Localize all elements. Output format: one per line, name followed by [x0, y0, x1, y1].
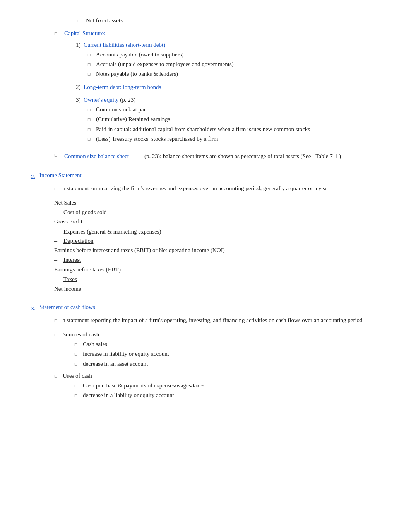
common-stock-text: Common stock at par — [96, 105, 146, 114]
net-sales-line: Net Sales — [54, 198, 388, 207]
ebit-line: Earnings before interest and taxes (EBIT… — [54, 246, 388, 255]
num1-label: 1) — [76, 42, 82, 48]
decrease-asset-text: decrease in an asset account — [83, 360, 148, 368]
bullet-icon: ◻ — [87, 71, 92, 77]
notes-payable-text: Notes payable (to banks & lenders) — [96, 70, 178, 78]
ebit-text: Earnings before interest and taxes (EBIT… — [54, 247, 225, 253]
cash-sales-item: ◻ Cash sales — [74, 340, 169, 349]
common-size-item: ◻ Common size balance sheet (p. 23): bal… — [54, 150, 388, 162]
dash-icon: – — [54, 275, 60, 283]
decrease-asset-item: ◻ decrease in an asset account — [74, 360, 169, 368]
uses-of-cash-text: Uses of cash — [63, 373, 92, 379]
accounts-payable-text: Accounts payable (owed to suppliers) — [96, 50, 184, 59]
dash-icon: – — [54, 227, 60, 236]
income-statement-section: 2. Income Statement ◻ a statement summar… — [31, 171, 388, 293]
decrease-liability-text: decrease in a liability or equity accoun… — [83, 391, 174, 400]
retained-earnings-text: (Cumulative) Retained earnings — [96, 115, 170, 124]
bullet-icon: ◻ — [87, 107, 92, 113]
income-statement-header: 2. Income Statement — [31, 171, 388, 181]
cash-flows-desc-text: a statement reporting the impact of a fi… — [63, 316, 388, 325]
owners-equity-label: Owner's equit — [84, 97, 116, 103]
cash-flows-desc-item: ◻ a statement reporting the impact of a … — [54, 316, 388, 325]
bullet-icon: ◻ — [87, 61, 92, 68]
bullet-icon: ◻ — [87, 52, 92, 58]
income-statement-title: Income Statement — [39, 171, 82, 180]
bullet-icon: ◻ — [74, 351, 79, 357]
cash-purchase-item: ◻ Cash purchase & payments of expenses/w… — [74, 381, 205, 390]
taxes-line: – Taxes — [54, 275, 388, 284]
bullet-icon: ◻ — [54, 186, 59, 192]
bullet-icon: ◻ — [87, 136, 92, 142]
bullet-icon: ◻ — [54, 317, 59, 324]
bullet-icon: ◻ — [54, 332, 59, 338]
ebt-line: Earnings before taxes (EBT) — [54, 265, 388, 274]
cash-sales-text: Cash sales — [83, 340, 107, 349]
income-formula-block: Net Sales – Cost of goods sold Gross Pro… — [54, 198, 388, 294]
capital-structure-block: Capital Structure: 1) Current liabilitie… — [64, 29, 388, 145]
dash-icon: – — [54, 256, 60, 264]
bullet-icon: ◻ — [77, 18, 82, 24]
common-size-block: Common size balance sheet (p. 23): balan… — [64, 152, 388, 161]
expenses-line: – Expenses (general & marketing expenses… — [54, 227, 388, 236]
bullet-icon: ◻ — [87, 116, 92, 123]
income-stmt-desc-text: a statement summarizing the firm's reven… — [63, 184, 388, 193]
bullet-icon: ◻ — [87, 126, 92, 133]
common-size-label: Common size balance sheet — [64, 152, 129, 161]
section2-number: 2. — [31, 172, 36, 181]
bullet-icon: ◻ — [54, 373, 59, 379]
cost-goods-text: Cost of goods sold — [63, 208, 107, 217]
paid-in-capital-text: Paid-in capital: additional capital from… — [96, 125, 388, 134]
accruals-text: Accruals (unpaid expenses to employees a… — [96, 60, 234, 69]
income-stmt-desc-item: ◻ a statement summarizing the firm's rev… — [54, 184, 388, 193]
net-sales-text: Net Sales — [54, 200, 76, 206]
net-fixed-assets-text: Net fixed assets — [86, 16, 123, 25]
bullet-icon: ◻ — [74, 392, 79, 399]
common-size-bullet-icon: ◻ — [54, 152, 60, 158]
cash-purchase-text: Cash purchase & payments of expenses/wag… — [83, 381, 205, 390]
current-liabilities-label: Current liabilities (short-term debt) — [84, 42, 165, 48]
owners-equity-items: ◻ Common stock at par ◻ (Cumulative) Ret… — [87, 105, 388, 143]
capital-structure-label: Capital Structure: — [64, 30, 105, 36]
cash-flows-section: 3. Statement of cash flows ◻ a statement… — [31, 303, 388, 401]
owners-equity-group: 3) Owner's equity (p. 23) ◻ Common stock… — [76, 95, 388, 143]
interest-line: – Interest — [54, 256, 388, 264]
sources-block: Sources of cash ◻ Cash sales ◻ increase … — [63, 330, 169, 369]
cost-goods-line: – Cost of goods sold — [54, 208, 388, 217]
bullet-icon: ◻ — [74, 341, 79, 348]
long-term-debt-group: 2) Long-term debt: long-term bonds — [76, 83, 388, 92]
net-income-text: Net income — [54, 286, 81, 292]
owners-equity-y: y — [116, 97, 119, 103]
sources-of-cash-item: ◻ Sources of cash ◻ Cash sales ◻ increas… — [54, 330, 388, 369]
interest-text: Interest — [63, 256, 81, 264]
expenses-text: Expenses (general & marketing expenses) — [63, 227, 161, 236]
increase-liability-item: ◻ increase in liability or equity accoun… — [74, 350, 169, 358]
capital-structure-item: ◻ Capital Structure: 1) Current liabilit… — [54, 29, 388, 145]
decrease-liability-item: ◻ decrease in a liability or equity acco… — [74, 391, 205, 400]
depreciation-line: – Depreciation — [54, 237, 388, 246]
cash-flows-title: Statement of cash flows — [39, 303, 95, 312]
ebt-text: Earnings before taxes (EBT) — [54, 266, 121, 273]
num3-label: 3) — [76, 97, 82, 103]
capital-structure-bullet-icon: ◻ — [54, 31, 60, 37]
cash-flows-header: 3. Statement of cash flows — [31, 303, 388, 313]
taxes-text: Taxes — [63, 275, 77, 284]
bullet-icon: ◻ — [74, 361, 79, 367]
owners-equity-page: (p. 23) — [120, 97, 135, 103]
gross-profit-line: Gross Profit — [54, 217, 388, 226]
long-term-debt-label: Long-term debt: long-term bonds — [84, 84, 161, 90]
net-fixed-assets-item: ◻ Net fixed assets — [77, 16, 388, 25]
depreciation-text: Depreciation — [63, 237, 93, 246]
uses-sub-items: ◻ Cash purchase & payments of expenses/w… — [74, 381, 205, 400]
num2-label: 2) — [76, 84, 82, 90]
bullet-icon: ◻ — [74, 383, 79, 389]
increase-liability-text: increase in liability or equity account — [83, 350, 169, 358]
common-size-detail: (p. 23): balance sheet items are shown a… — [144, 152, 311, 161]
accounts-payable-item: ◻ Accounts payable (owed to suppliers) ◻… — [87, 50, 388, 79]
sources-sub-items: ◻ Cash sales ◻ increase in liability or … — [74, 340, 169, 368]
gross-profit-text: Gross Profit — [54, 218, 82, 225]
sources-of-cash-text: Sources of cash — [63, 331, 99, 338]
section3-number: 3. — [31, 304, 36, 313]
uses-of-cash-item: ◻ Uses of cash ◻ Cash purchase & payment… — [54, 372, 388, 401]
dash-icon: – — [54, 208, 60, 217]
current-liabilities-group: 1) Current liabilities (short-term debt)… — [76, 41, 388, 79]
